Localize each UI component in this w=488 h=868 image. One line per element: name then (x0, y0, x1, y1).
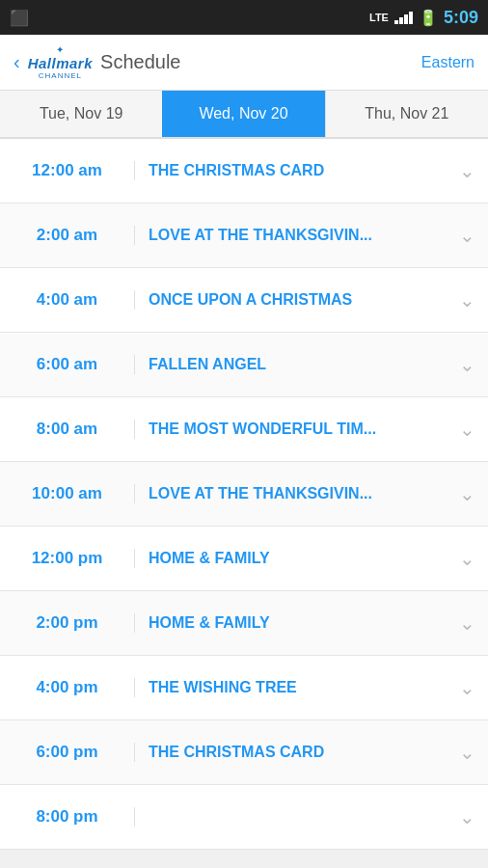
hallmark-logo: ✦ Hallmark CHANNEL (28, 44, 93, 80)
show-title: LOVE AT THE THANKSGIVIN... (135, 485, 446, 502)
show-title: THE CHRISTMAS CARD (135, 162, 446, 179)
table-row[interactable]: 8:00 amTHE MOST WONDERFUL TIM...⌄ (0, 397, 488, 462)
time-cell: 6:00 am (0, 355, 135, 374)
show-title: THE MOST WONDERFUL TIM... (135, 420, 446, 438)
show-title: HOME & FAMILY (135, 550, 446, 567)
time-cell: 10:00 am (0, 484, 135, 503)
table-row[interactable]: 12:00 amTHE CHRISTMAS CARD⌄ (0, 139, 488, 203)
image-icon: ⬛ (10, 9, 29, 27)
show-title: ONCE UPON A CHRISTMAS (135, 291, 446, 309)
time-cell: 4:00 am (0, 290, 135, 310)
table-row[interactable]: 10:00 amLOVE AT THE THANKSGIVIN...⌄ (0, 462, 488, 527)
table-row[interactable]: 12:00 pmHOME & FAMILY⌄ (0, 527, 488, 591)
schedule-list: 12:00 amTHE CHRISTMAS CARD⌄2:00 amLOVE A… (0, 139, 488, 850)
chevron-down-icon[interactable]: ⌄ (446, 676, 488, 699)
chevron-down-icon[interactable]: ⌄ (446, 224, 488, 247)
time-cell: 8:00 pm (0, 807, 135, 827)
table-row[interactable]: 6:00 amFALLEN ANGEL⌄ (0, 333, 488, 397)
status-bar: ⬛ LTE 🔋 5:09 (0, 0, 488, 35)
time-cell: 2:00 pm (0, 613, 135, 633)
channel-label: CHANNEL (39, 71, 82, 80)
chevron-down-icon[interactable]: ⌄ (446, 547, 488, 570)
time-cell: 8:00 am (0, 420, 135, 439)
show-title: THE WISHING TREE (135, 679, 446, 696)
hallmark-name: Hallmark (28, 55, 93, 71)
day-tabs: Tue, Nov 19 Wed, Nov 20 Thu, Nov 21 (0, 91, 488, 139)
chevron-down-icon[interactable]: ⌄ (446, 741, 488, 764)
tab-thu[interactable]: Thu, Nov 21 (325, 91, 488, 137)
page-title: Schedule (100, 51, 180, 73)
table-row[interactable]: 6:00 pmTHE CHRISTMAS CARD⌄ (0, 720, 488, 785)
show-title: FALLEN ANGEL (135, 356, 446, 373)
show-title: LOVE AT THE THANKSGIVIN... (135, 227, 446, 244)
header: ‹ ✦ Hallmark CHANNEL Schedule Eastern (0, 35, 488, 91)
signal-bars (394, 12, 413, 24)
chevron-down-icon[interactable]: ⌄ (446, 805, 488, 828)
status-bar-left: ⬛ (10, 9, 29, 27)
tab-wed[interactable]: Wed, Nov 20 (162, 91, 324, 137)
chevron-down-icon[interactable]: ⌄ (446, 159, 488, 182)
tab-tue[interactable]: Tue, Nov 19 (0, 91, 162, 137)
show-title: HOME & FAMILY (135, 614, 446, 632)
crown-icon: ✦ (56, 44, 64, 55)
table-row[interactable]: 4:00 amONCE UPON A CHRISTMAS⌄ (0, 268, 488, 333)
chevron-down-icon[interactable]: ⌄ (446, 353, 488, 376)
battery-icon: 🔋 (419, 9, 438, 27)
table-row[interactable]: 2:00 pmHOME & FAMILY⌄ (0, 591, 488, 656)
table-row[interactable]: 4:00 pmTHE WISHING TREE⌄ (0, 656, 488, 720)
chevron-down-icon[interactable]: ⌄ (446, 288, 488, 312)
chevron-down-icon[interactable]: ⌄ (446, 418, 488, 441)
status-bar-right: LTE 🔋 5:09 (369, 8, 478, 28)
chevron-down-icon[interactable]: ⌄ (446, 482, 488, 505)
back-button[interactable]: ‹ (14, 51, 20, 73)
show-title: THE CHRISTMAS CARD (135, 744, 446, 761)
time-cell: 4:00 pm (0, 678, 135, 697)
lte-label: LTE (369, 12, 389, 23)
table-row[interactable]: 2:00 amLOVE AT THE THANKSGIVIN...⌄ (0, 203, 488, 268)
time-cell: 12:00 pm (0, 549, 135, 568)
time-cell: 2:00 am (0, 226, 135, 245)
time-display: 5:09 (444, 8, 478, 28)
time-cell: 12:00 am (0, 161, 135, 180)
time-cell: 6:00 pm (0, 743, 135, 762)
table-row[interactable]: 8:00 pm⌄ (0, 785, 488, 850)
chevron-down-icon[interactable]: ⌄ (446, 611, 488, 635)
timezone-label[interactable]: Eastern (421, 54, 474, 71)
header-left: ‹ ✦ Hallmark CHANNEL Schedule (14, 44, 180, 80)
